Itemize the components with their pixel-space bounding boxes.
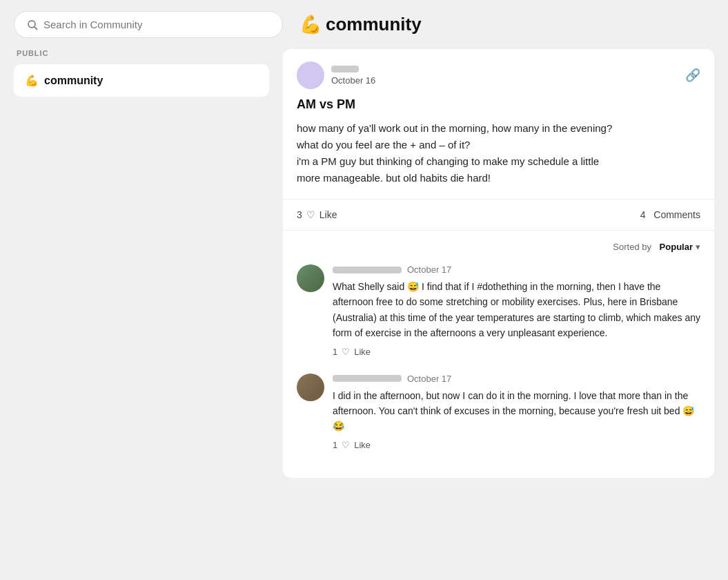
author-meta: October 16 <box>331 66 375 86</box>
comment-1-like-count: 1 <box>333 347 337 357</box>
sort-popular-button[interactable]: Popular <box>660 242 693 252</box>
link-icon[interactable]: 🔗 <box>685 68 700 83</box>
comment-1-author-row: October 17 <box>333 264 700 275</box>
comment-2-content: October 17 I did in the afternoon, but n… <box>333 374 700 450</box>
author-name-blurred <box>331 66 359 72</box>
comment-2-name-blurred <box>333 375 402 382</box>
sort-chevron[interactable]: ▾ <box>696 242 700 252</box>
comment-2-like-count: 1 <box>333 440 337 450</box>
community-emoji: 💪 <box>25 74 39 87</box>
comments-section: Sorted by Popular ▾ October 17 What Shel… <box>283 231 714 478</box>
post-date: October 16 <box>331 75 375 86</box>
heart-icon: ♡ <box>306 209 315 220</box>
comment-1-avatar <box>297 264 324 292</box>
title-text: community <box>326 14 422 35</box>
sort-prefix: Sorted by <box>613 242 651 252</box>
post-card: October 16 🔗 AM vs PM how many of ya'll … <box>283 49 714 478</box>
page-title: 💪 community <box>299 14 422 35</box>
svg-line-1 <box>35 27 37 30</box>
comment-1-like-button[interactable]: 1 ♡ Like <box>333 347 700 357</box>
like-label: Like <box>319 209 337 220</box>
comment-2-like-label: Like <box>354 440 371 450</box>
sidebar: PUBLIC 💪 community <box>14 49 283 566</box>
header: 💪 community <box>0 0 728 49</box>
comment-1-text: What Shelly said 😅 I find that if I #dot… <box>333 279 700 341</box>
comment-item: October 17 What Shelly said 😅 I find tha… <box>297 264 700 357</box>
search-icon <box>27 19 38 30</box>
like-count: 3 <box>297 209 302 220</box>
post-header: October 16 🔗 <box>283 49 714 97</box>
comment-2-date: October 17 <box>407 374 451 384</box>
comment-1-date: October 17 <box>407 264 451 275</box>
community-label: community <box>44 75 103 87</box>
title-emoji: 💪 <box>299 14 322 35</box>
comment-1-name-blurred <box>333 267 402 273</box>
comment-2-like-button[interactable]: 1 ♡ Like <box>333 440 700 450</box>
sidebar-item-community[interactable]: 💪 community <box>14 64 269 97</box>
comment-1-content: October 17 What Shelly said 😅 I find tha… <box>333 264 700 357</box>
comment-1-like-label: Like <box>354 347 371 357</box>
post-author-avatar <box>297 61 324 89</box>
sort-bar: Sorted by Popular ▾ <box>297 242 700 252</box>
search-input[interactable] <box>43 19 270 30</box>
like-button[interactable]: 3 ♡ Like <box>297 209 337 220</box>
main-layout: PUBLIC 💪 community October 16 🔗 <box>0 49 728 580</box>
post-actions: 3 ♡ Like 4 Comments <box>283 200 714 231</box>
comment-2-avatar <box>297 374 324 401</box>
comment-item: October 17 I did in the afternoon, but n… <box>297 374 700 450</box>
comment-2-author-row: October 17 <box>333 374 700 384</box>
comment-2-heart-icon: ♡ <box>342 440 350 450</box>
post-title: AM vs PM <box>297 97 700 112</box>
post-text: how many of ya'll work out in the mornin… <box>297 120 700 186</box>
search-bar[interactable] <box>14 11 283 38</box>
comments-count: 4 Comments <box>640 209 700 220</box>
post-body: AM vs PM how many of ya'll work out in t… <box>283 97 714 200</box>
content-area: October 16 🔗 AM vs PM how many of ya'll … <box>283 49 714 566</box>
post-author-row: October 16 <box>297 61 375 89</box>
sidebar-section-public: PUBLIC <box>14 49 269 57</box>
comment-2-text: I did in the afternoon, but now I can do… <box>333 388 700 434</box>
comment-1-heart-icon: ♡ <box>342 347 350 357</box>
